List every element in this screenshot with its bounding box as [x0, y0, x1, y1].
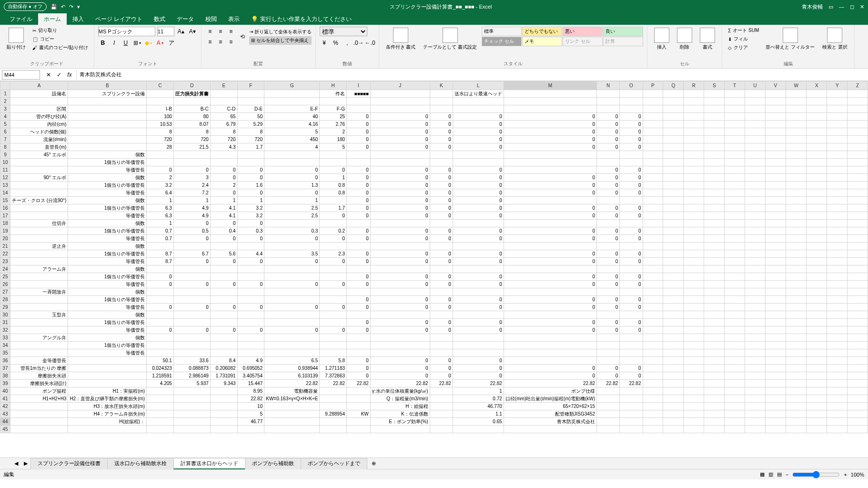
cell-U5[interactable] [745, 121, 765, 128]
cell-K33[interactable] [430, 334, 453, 342]
row-header-24[interactable]: 24 [0, 265, 10, 273]
cell-B5[interactable] [68, 121, 147, 128]
row-header-44[interactable]: 44 [0, 418, 10, 426]
cell-S1[interactable] [704, 90, 725, 98]
cell-Y41[interactable] [827, 395, 848, 403]
cell-R43[interactable] [684, 410, 704, 418]
style-neutral[interactable]: どちらでもない [522, 27, 562, 36]
cell-K8[interactable]: 0 [430, 143, 453, 151]
cell-N34[interactable] [597, 342, 620, 349]
cell-J11[interactable]: 0 [370, 166, 430, 174]
cell-B19[interactable]: 1個当りの等価管長 [68, 227, 147, 235]
cell-Q37[interactable] [663, 365, 684, 372]
cell-J30[interactable] [370, 311, 430, 319]
cell-Z2[interactable] [848, 98, 868, 105]
cell-G30[interactable] [264, 311, 320, 319]
cell-Y3[interactable] [827, 105, 848, 113]
cell-D21[interactable] [173, 243, 210, 250]
cell-L42[interactable]: 46.770 [453, 403, 504, 410]
cell-Z37[interactable] [848, 365, 868, 372]
row-header-20[interactable]: 20 [0, 235, 10, 243]
cell-H29[interactable]: 0 [320, 304, 347, 311]
cell-P13[interactable] [643, 182, 663, 189]
cell-C28[interactable] [147, 296, 174, 304]
cell-F31[interactable] [237, 319, 264, 326]
cell-W23[interactable] [786, 258, 807, 265]
minimize-icon[interactable]: — [839, 4, 844, 10]
cell-G18[interactable] [264, 220, 320, 227]
cell-L43[interactable]: 1.1 [453, 410, 504, 418]
cell-Z23[interactable] [848, 258, 868, 265]
cell-O22[interactable]: 0 [620, 250, 643, 258]
cell-R8[interactable] [684, 143, 704, 151]
cell-C34[interactable] [147, 342, 174, 349]
cell-E27[interactable] [210, 288, 237, 296]
cell-N6[interactable]: 0 [597, 128, 620, 136]
cell-D13[interactable]: 2.4 [173, 182, 210, 189]
cell-W25[interactable] [786, 273, 807, 281]
cell-B7[interactable] [68, 136, 147, 143]
cell-K15[interactable]: 0 [430, 197, 453, 204]
maximize-icon[interactable]: ◻ [850, 4, 854, 10]
cell-W21[interactable] [786, 243, 807, 250]
cell-Q25[interactable] [663, 273, 684, 281]
cell-V39[interactable] [765, 380, 786, 387]
cell-C4[interactable]: 100 [147, 113, 174, 121]
cell-S22[interactable] [704, 250, 725, 258]
cell-U43[interactable] [745, 410, 765, 418]
delete-cells-button[interactable]: 削除 [674, 27, 695, 51]
cell-J21[interactable] [370, 243, 430, 250]
cell-L27[interactable] [453, 288, 504, 296]
cell-P31[interactable] [643, 319, 663, 326]
cell-C16[interactable]: 6.3 [147, 204, 174, 212]
cell-J1[interactable] [370, 90, 430, 98]
cell-J18[interactable] [370, 220, 430, 227]
cell-D2[interactable] [173, 98, 210, 105]
cell-Q40[interactable] [663, 387, 684, 395]
increase-font-icon[interactable]: A▴ [176, 27, 186, 36]
cell-E15[interactable]: 1 [210, 197, 237, 204]
cell-U13[interactable] [745, 182, 765, 189]
cell-C7[interactable]: 720 [147, 136, 174, 143]
sheet-area[interactable]: ABCDEFGHIJKLMNOPQRSTUVWXYZ1設備名スプリンクラー設備圧… [0, 81, 868, 458]
col-header-K[interactable]: K [430, 81, 453, 90]
cell-T38[interactable] [725, 372, 745, 380]
align-middle-icon[interactable]: ≡ [216, 27, 225, 36]
cell-H19[interactable]: 0.2 [320, 227, 347, 235]
copy-button[interactable]: 📋 コピー [30, 35, 90, 43]
cell-L28[interactable]: 0 [453, 296, 504, 304]
cell-P27[interactable] [643, 288, 663, 296]
cell-N32[interactable]: 0 [597, 326, 620, 334]
cell-C27[interactable] [147, 288, 174, 296]
cell-C2[interactable] [147, 98, 174, 105]
cell-E35[interactable] [210, 349, 237, 357]
cell-Q31[interactable] [663, 319, 684, 326]
phonetic-button[interactable]: ア [167, 38, 176, 48]
cell-B20[interactable]: 等価管長 [68, 235, 147, 243]
cell-B3[interactable] [68, 105, 147, 113]
cell-O10[interactable] [620, 159, 643, 166]
cell-J39[interactable]: 22.82 [370, 380, 430, 387]
cell-G16[interactable]: 2.5 [264, 204, 320, 212]
cell-W4[interactable] [786, 113, 807, 121]
cell-S28[interactable] [704, 296, 725, 304]
cell-H44[interactable] [320, 418, 347, 426]
cell-Q35[interactable] [663, 349, 684, 357]
cell-U23[interactable] [745, 258, 765, 265]
cell-T36[interactable] [725, 357, 745, 365]
cell-J2[interactable] [370, 98, 430, 105]
cell-G3[interactable]: E-F [264, 105, 320, 113]
cell-R19[interactable] [684, 227, 704, 235]
cell-M30[interactable] [504, 311, 596, 319]
cell-X13[interactable] [807, 182, 827, 189]
name-box[interactable] [2, 70, 40, 80]
cell-L44[interactable]: 0.65 [453, 418, 504, 426]
cell-H42[interactable] [320, 403, 347, 410]
cell-H11[interactable]: 0 [320, 166, 347, 174]
cell-M13[interactable]: 0 [504, 182, 596, 189]
cell-P42[interactable] [643, 403, 663, 410]
cell-F8[interactable]: 1.7 [237, 143, 264, 151]
cell-V2[interactable] [765, 98, 786, 105]
cell-H1[interactable]: 件名 [320, 90, 347, 98]
cell-Z42[interactable] [848, 403, 868, 410]
